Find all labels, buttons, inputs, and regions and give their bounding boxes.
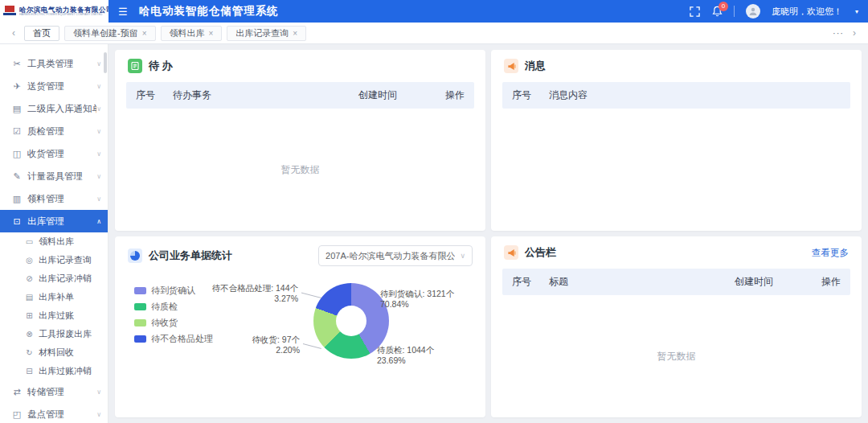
- column-header: 创建时间: [358, 88, 431, 102]
- measuring-instrument-icon: ✎: [11, 171, 23, 182]
- legend-item[interactable]: 待质检: [134, 301, 213, 313]
- sidebar-subitem-outbound-supplement[interactable]: ▤ 出库补单: [0, 288, 108, 306]
- todo-panel-title: 待 办: [149, 59, 173, 73]
- sidebar-subitem-outbound-record-query[interactable]: ◎ 出库记录查询: [0, 251, 108, 269]
- stocktaking-icon: ◰: [11, 409, 23, 420]
- chevron-down-icon: ∨: [96, 60, 101, 68]
- notification-badge: 0: [719, 2, 728, 11]
- chart-legend: 待到货确认 待质检 待收货 待不合格品处理: [134, 285, 213, 345]
- inbound-notice-icon: ▤: [11, 104, 23, 114]
- stats-panel-title: 公司业务单据统计: [149, 248, 232, 263]
- bulletin-table-header: 序号 标题 创建时间 操作: [502, 269, 850, 295]
- sidebar-subitem-tool-scrap-outbound[interactable]: ⊗ 工具报废出库: [0, 325, 108, 343]
- sidebar-item-stocktaking-management[interactable]: ◰ 盘点管理 ∨: [0, 403, 108, 423]
- stats-panel: 公司业务单据统计 207A-哈尔滨电气动力装备有限公 ∨ 待到货确认 待质检: [115, 236, 485, 417]
- tab-material-outbound[interactable]: 领料出库 ×: [161, 26, 223, 41]
- user-greeting[interactable]: 庞晓明，欢迎您！: [772, 6, 842, 18]
- chart-callout: 待到货确认: 3121个 70.84%: [380, 289, 454, 310]
- user-menu-caret-icon[interactable]: ▾: [855, 8, 858, 15]
- sidebar-subitem-outbound-posting[interactable]: ⊞ 出库过账: [0, 306, 108, 325]
- sidebar-subitem-material-recycle[interactable]: ↻ 材料回收: [0, 343, 108, 362]
- tabs-more-icon[interactable]: ···: [833, 28, 844, 38]
- chart-callout: 待不合格品处理: 144个 3.27%: [212, 283, 298, 304]
- close-icon[interactable]: ×: [209, 29, 214, 38]
- sidebar-scrollbar[interactable]: [104, 52, 107, 73]
- sidebar-item-quality-management[interactable]: ☑ 质检管理 ∨: [0, 120, 108, 142]
- chevron-down-icon: ∨: [96, 411, 101, 418]
- column-header: 消息内容: [549, 88, 841, 102]
- messages-table-header: 序号 消息内容: [502, 82, 850, 109]
- sidebar-item-material-request-management[interactable]: ▥ 领料管理 ∨: [0, 187, 108, 210]
- column-header: 标题: [549, 275, 735, 289]
- company-filter-value: 207A-哈尔滨电气动力装备有限公: [326, 250, 455, 262]
- messages-table-body: [491, 109, 862, 231]
- column-header: 创建时间: [735, 275, 807, 289]
- legend-swatch: [134, 319, 146, 326]
- notification-bell-icon[interactable]: 0: [712, 6, 723, 17]
- company-name-en: HARBIN ELECTRIC POWER EQUIPMENT COMPANY …: [19, 13, 104, 16]
- supplement-icon: ▤: [24, 293, 35, 302]
- legend-swatch: [134, 335, 146, 343]
- company-filter-select[interactable]: 207A-哈尔滨电气动力装备有限公 ∨: [318, 245, 473, 266]
- messages-panel-title: 消息: [525, 59, 546, 73]
- company-logo-icon: [3, 6, 16, 17]
- header-bar: ☰ 哈电动装智能仓储管理系统 0 庞晓明，欢迎您！ ▾: [108, 0, 868, 23]
- chevron-down-icon: ∨: [96, 105, 101, 113]
- sidebar: ✂ 工具类管理 ∨ ✈ 送货管理 ∨ ▤ 二级库入库通知单 ∨ ☑ 质检管理 ∨…: [0, 44, 108, 423]
- sidebar-item-receiving-management[interactable]: ◫ 收货管理 ∨: [0, 142, 108, 165]
- sidebar-item-delivery-management[interactable]: ✈ 送货管理 ∨: [0, 75, 108, 97]
- message-megaphone-icon: [504, 59, 518, 73]
- tab-bar: ‹ 首页 领料单创建-预留 × 领料出库 × 出库记录查询 × ··· ›: [0, 23, 868, 44]
- chevron-down-icon: ∨: [96, 388, 101, 396]
- sidebar-item-measuring-instrument-management[interactable]: ✎ 计量器具管理 ∨: [0, 165, 108, 187]
- tab-material-request-create[interactable]: 领料单创建-预留 ×: [64, 26, 156, 41]
- sidebar-item-tools-management[interactable]: ✂ 工具类管理 ∨: [0, 52, 108, 75]
- chevron-down-icon: ∨: [96, 195, 101, 203]
- fullscreen-icon[interactable]: [690, 6, 701, 17]
- recycle-icon: ↻: [24, 348, 35, 357]
- sidebar-subitem-outbound-posting-writeoff[interactable]: ⊟ 出库过账冲销: [0, 362, 108, 380]
- legend-item[interactable]: 待到货确认: [134, 285, 213, 297]
- receiving-icon: ◫: [11, 149, 23, 159]
- tool-scrap-icon: ⊗: [24, 330, 35, 339]
- tabs-scroll-left-icon[interactable]: ‹: [8, 27, 19, 39]
- legend-item[interactable]: 待收货: [134, 317, 213, 329]
- column-header: 序号: [136, 88, 173, 102]
- quality-check-icon: ☑: [11, 126, 23, 137]
- sidebar-item-secondary-inbound-notice[interactable]: ▤ 二级库入库通知单 ∨: [0, 97, 108, 120]
- column-header: 序号: [512, 275, 549, 289]
- sidebar-item-outbound-management[interactable]: ⊡ 出库管理 ∧: [0, 210, 108, 232]
- empty-state-text: 暂无数据: [657, 350, 696, 363]
- collapse-menu-icon[interactable]: ☰: [118, 6, 128, 18]
- chart-callout: 待质检: 1044个 23.69%: [377, 345, 434, 366]
- tab-outbound-record-query[interactable]: 出库记录查询 ×: [227, 26, 306, 41]
- chevron-up-icon: ∧: [96, 218, 101, 225]
- chevron-down-icon: ∨: [96, 128, 101, 135]
- close-icon[interactable]: ×: [142, 29, 147, 38]
- tab-home[interactable]: 首页: [24, 26, 59, 41]
- sidebar-item-transfer-management[interactable]: ⇄ 转储管理 ∨: [0, 380, 108, 403]
- tab-label: 出库记录查询: [235, 27, 289, 39]
- tabs-scroll-right-icon[interactable]: ›: [849, 27, 860, 39]
- legend-item[interactable]: 待不合格品处理: [134, 333, 213, 345]
- messages-panel: 消息 序号 消息内容: [491, 50, 862, 231]
- avatar[interactable]: [746, 4, 760, 18]
- business-stats-chart: 待到货确认 待质检 待收货 待不合格品处理: [115, 273, 485, 417]
- posting-icon: ⊞: [24, 311, 35, 320]
- column-header: 序号: [512, 88, 549, 102]
- chart-callout: 待收货: 97个 2.20%: [252, 335, 300, 355]
- chevron-down-icon: ∨: [96, 150, 101, 158]
- company-logo: 哈尔滨电气动力装备有限公司 HARBIN ELECTRIC POWER EQUI…: [0, 0, 108, 23]
- pie-chart-icon: [128, 248, 142, 263]
- todo-table-header: 序号 待办事务 创建时间 操作: [126, 82, 474, 109]
- todo-icon: [128, 59, 142, 73]
- sidebar-subitem-outbound-record-writeoff[interactable]: ⊘ 出库记录冲销: [0, 269, 108, 288]
- view-more-link[interactable]: 查看更多: [812, 247, 849, 259]
- column-header: 操作: [807, 275, 841, 289]
- material-outbound-icon: ▭: [24, 237, 35, 246]
- close-icon[interactable]: ×: [293, 29, 297, 38]
- tab-label: 领料出库: [170, 27, 205, 39]
- app-header: 哈尔滨电气动力装备有限公司 HARBIN ELECTRIC POWER EQUI…: [0, 0, 868, 23]
- sidebar-subitem-material-outbound[interactable]: ▭ 领料出库: [0, 232, 108, 251]
- outbound-icon: ⊡: [11, 216, 23, 227]
